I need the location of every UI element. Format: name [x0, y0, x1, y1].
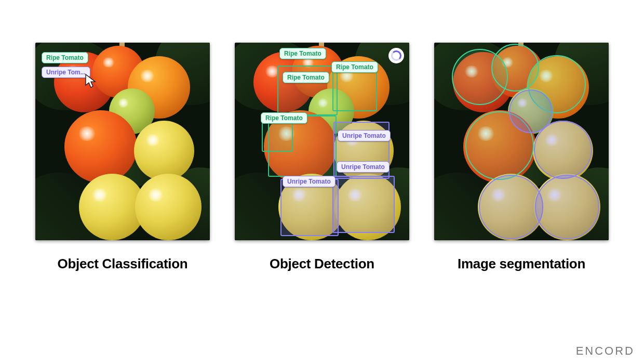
panel-segmentation: Image segmentation [434, 43, 609, 272]
classification-tag-ripe[interactable]: Ripe Tomato [42, 52, 88, 63]
segmentation-mask-unripe[interactable] [535, 175, 599, 239]
bbox-label-ripe[interactable]: Ripe Tomato [331, 61, 378, 73]
image-classification: Ripe TomatoUnripe Tom... [35, 43, 210, 240]
bbox-label-ripe[interactable]: Ripe Tomato [261, 112, 307, 124]
cursor-icon [85, 74, 97, 90]
caption-detection: Object Detection [235, 256, 409, 272]
image-detection: Ripe TomatoRipe TomatoRipe TomatoRipe To… [235, 43, 409, 240]
bbox-ripe[interactable] [262, 121, 293, 152]
bbox-label-unripe[interactable]: Unripe Tomato [338, 130, 391, 141]
bbox-label-unripe[interactable]: Unripe Tomato [337, 161, 390, 173]
bbox-unripe[interactable] [280, 179, 339, 236]
classification-tag-unripe[interactable]: Unripe Tom... [42, 67, 90, 78]
bbox-unripe[interactable] [332, 176, 395, 233]
segmentation-mask-unripe[interactable] [479, 175, 543, 239]
panels-row: Ripe TomatoUnripe Tom... Object Classifi… [35, 43, 609, 272]
tomato [135, 174, 202, 240]
image-segmentation [434, 43, 609, 240]
loading-spinner-icon [388, 48, 404, 63]
diagram-stage: Ripe TomatoUnripe Tom... Object Classifi… [0, 0, 644, 363]
tomato [134, 121, 194, 181]
bbox-label-ripe[interactable]: Ripe Tomato [283, 72, 329, 83]
brand-logo: ENCORD [576, 344, 635, 358]
panel-detection: Ripe TomatoRipe TomatoRipe TomatoRipe To… [235, 43, 409, 272]
caption-segmentation: Image segmentation [434, 256, 609, 272]
segmentation-mask-unripe[interactable] [534, 121, 592, 179]
panel-classification: Ripe TomatoUnripe Tom... Object Classifi… [35, 43, 210, 272]
bbox-label-unripe[interactable]: Unripe Tomato [283, 176, 336, 187]
bbox-label-ripe[interactable]: Ripe Tomato [279, 48, 326, 59]
bbox-ripe[interactable] [332, 69, 377, 111]
tomato [64, 110, 137, 183]
caption-classification: Object Classification [35, 256, 210, 272]
